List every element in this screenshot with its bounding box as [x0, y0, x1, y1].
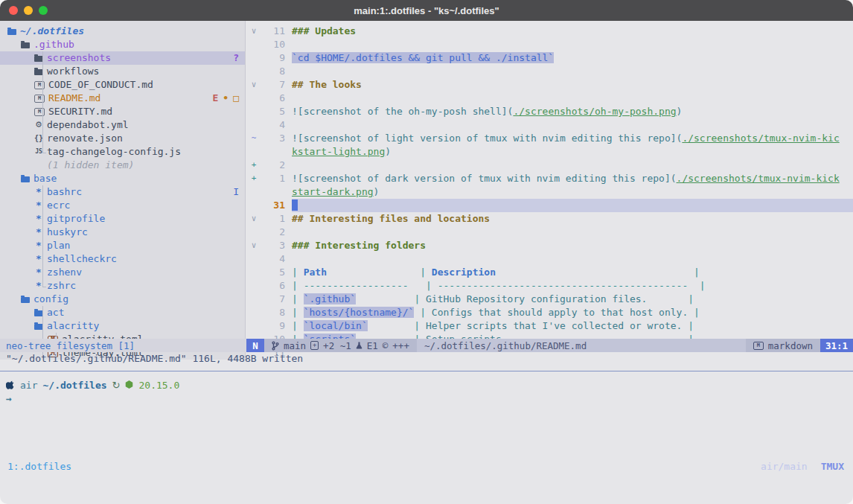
- tree-item-label: huskyrc: [47, 226, 88, 239]
- minimize-button[interactable]: [24, 6, 33, 15]
- line-number: 8: [261, 306, 292, 319]
- tree-item-tag-changelog-config-js[interactable]: JStag-changelog-config.js: [0, 145, 245, 159]
- tree-item-act[interactable]: act: [0, 306, 245, 319]
- gutter: [246, 185, 261, 199]
- editor-line[interactable]: 31: [246, 199, 853, 212]
- editor-buffer[interactable]: ∨11### Updates109`cd $HOME/.dotfiles && …: [246, 21, 853, 360]
- line-text: ## The looks: [292, 78, 853, 92]
- tree-item-workflows[interactable]: workflows: [0, 65, 245, 78]
- line-text: kstart-light.png): [292, 145, 853, 159]
- tree-item-plan[interactable]: *plan: [0, 239, 245, 252]
- tmux-session-name: air/main: [761, 459, 808, 474]
- file-tree: ~/.dotfiles.githubscreenshots?workflowsM…: [0, 25, 245, 360]
- line-number: 6: [261, 279, 292, 293]
- gutter: [246, 319, 261, 333]
- tree-item-security-md[interactable]: MSECURITY.md: [0, 105, 245, 118]
- editor-line[interactable]: ∨1## Interesting files and locations: [246, 212, 853, 226]
- badge-I: I: [233, 185, 239, 199]
- tree-item-label: dependabot.yml: [47, 118, 129, 132]
- tree-item-dependabot-yml[interactable]: ⚙dependabot.yml: [0, 118, 245, 132]
- tree-item--1-hidden-item-[interactable]: (1 hidden item): [0, 159, 245, 172]
- editor-line[interactable]: 2: [246, 226, 853, 239]
- git-branch-icon: [272, 341, 279, 351]
- editor-line[interactable]: 6| ------------------ | ----------------…: [246, 279, 853, 293]
- editor-line[interactable]: 9`cd $HOME/.dotfiles && git pull && ./in…: [246, 51, 853, 65]
- tmux-window-name[interactable]: 1:.dotfiles: [0, 459, 71, 474]
- editor-line[interactable]: kstart-light.png): [246, 145, 853, 159]
- node-version: 20.15.0: [138, 380, 179, 391]
- editor-line[interactable]: 4: [246, 252, 853, 266]
- line-number: 7: [261, 78, 292, 92]
- traffic-lights: [9, 6, 48, 15]
- editor-line[interactable]: ∨7## The looks: [246, 78, 853, 92]
- editor-line[interactable]: 10: [246, 38, 853, 51]
- line-number: 1: [261, 212, 292, 226]
- tree-item-label: base: [33, 172, 57, 185]
- line-number: 9: [261, 51, 292, 65]
- item-badges: ?: [233, 51, 245, 65]
- editor-line[interactable]: ∨11### Updates: [246, 25, 853, 38]
- editor-line[interactable]: 8: [246, 65, 853, 78]
- editor-line[interactable]: ~3![screenshot of light version of tmux …: [246, 132, 853, 145]
- editor-line[interactable]: +1![screenshot of dark version of tmux w…: [246, 172, 853, 185]
- tree-item-readme-md[interactable]: MREADME.mdE•□: [0, 92, 245, 105]
- tree-item-ecrc[interactable]: *ecrc: [0, 199, 245, 212]
- tmux-badge: TMUX: [821, 459, 844, 474]
- tree-item-shellcheckrc[interactable]: *shellcheckrc: [0, 252, 245, 266]
- line-number: 1: [261, 172, 292, 185]
- folder-icon: [21, 176, 30, 182]
- terminal-window: main:1:.dotfiles - "ks~/.dotfiles" ~/.do…: [0, 0, 853, 504]
- line-number: 3: [261, 132, 292, 145]
- tree-item-label: bashrc: [47, 185, 82, 199]
- editor-line[interactable]: 5| Path | Description |: [246, 266, 853, 279]
- line-number: 10: [261, 38, 292, 51]
- tree-item-base[interactable]: base: [0, 172, 245, 185]
- editor-line[interactable]: 5![screenshot of the oh-my-posh shell](.…: [246, 105, 853, 118]
- flask-icon: [356, 341, 362, 350]
- fold-chevron-icon: ∨: [246, 212, 261, 226]
- close-button[interactable]: [9, 6, 18, 15]
- tree-item--dotfiles[interactable]: ~/.dotfiles: [0, 25, 245, 38]
- tree-item-bashrc[interactable]: *bashrcI: [0, 185, 245, 199]
- tree-item-renovate-json[interactable]: {}renovate.json: [0, 132, 245, 145]
- line-text: [292, 38, 853, 51]
- line-text: ## Interesting files and locations: [292, 212, 853, 226]
- line-number: 2: [261, 226, 292, 239]
- tree-item-config[interactable]: config: [0, 293, 245, 306]
- line-number: 4: [261, 252, 292, 266]
- tmux-right-status: air/main TMUX: [761, 459, 853, 474]
- tmux-pane-separator[interactable]: [0, 371, 853, 371]
- editor-line[interactable]: 7| `.github` | GitHub Repository configu…: [246, 293, 853, 306]
- tree-item-label: README.md: [48, 92, 100, 105]
- tree-item--github[interactable]: .github: [0, 38, 245, 51]
- editor-line[interactable]: +2: [246, 159, 853, 172]
- prompt-arrow[interactable]: →: [6, 392, 12, 406]
- title-bar[interactable]: main:1:.dotfiles - "ks~/.dotfiles": [0, 0, 853, 21]
- tree-item-label: plan: [47, 239, 70, 252]
- tmux-status-bar: 1:.dotfiles air/main TMUX: [0, 459, 853, 474]
- tree-item-zshenv[interactable]: *zshenv: [0, 266, 245, 279]
- editor-line[interactable]: 8| `hosts/{hostname}/` | Configs that sh…: [246, 306, 853, 319]
- tree-item-huskyrc[interactable]: *huskyrc: [0, 226, 245, 239]
- editor-line[interactable]: ∨3### Interesting folders: [246, 239, 853, 252]
- tree-item-label: CODE_OF_CONDUCT.md: [48, 78, 153, 92]
- editor-line[interactable]: start-dark.png): [246, 185, 853, 199]
- editor-line[interactable]: 6: [246, 92, 853, 105]
- folder-icon: [21, 297, 30, 303]
- editor-line[interactable]: 4: [246, 118, 853, 132]
- line-text: [292, 65, 853, 78]
- tree-item-label: SECURITY.md: [48, 105, 112, 118]
- tree-item-code-of-conduct-md[interactable]: MCODE_OF_CONDUCT.md: [0, 78, 245, 92]
- shell-prompt: air ~/.dotfiles ↻ 20.15.0: [6, 378, 179, 392]
- zoom-button[interactable]: [39, 6, 48, 15]
- filetype-segment: M markdown: [746, 339, 820, 352]
- gutter: [246, 118, 261, 132]
- git-diff-counts: +2 ~1: [323, 340, 351, 351]
- gitsign-added: +: [252, 160, 257, 170]
- editor-line[interactable]: 9| `local/bin` | Helper scripts that I'v…: [246, 319, 853, 333]
- tree-item-alacritty[interactable]: alacritty: [0, 319, 245, 333]
- tree-item-screenshots[interactable]: screenshots?: [0, 51, 245, 65]
- tree-item-zshrc[interactable]: *zshrc: [0, 279, 245, 293]
- neotree-status: neo-tree filesystem [1]: [0, 339, 246, 352]
- tree-item-gitprofile[interactable]: *gitprofile: [0, 212, 245, 226]
